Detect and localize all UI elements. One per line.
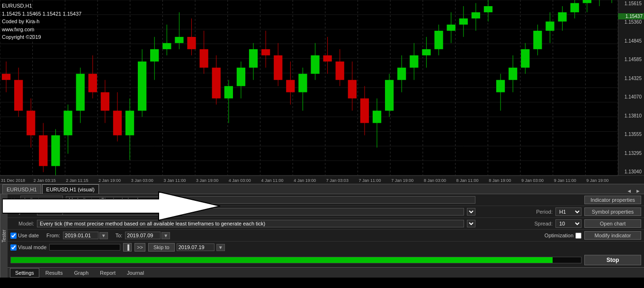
time-axis [0,175,644,184]
optimization-checkbox[interactable] [575,233,581,239]
to-date-calendar-button[interactable]: ▼ [161,232,170,239]
stop-button[interactable]: Stop [584,255,641,265]
use-date-checkbox[interactable] [10,233,17,239]
time-axis-canvas [0,176,618,184]
current-price-box: 1.15437 [618,13,644,19]
tab-settings[interactable]: Settings [10,268,39,278]
settings-row-5: Visual mode ▐ >> Skip to ▼ [8,242,644,253]
model-label: Model: [10,221,34,226]
tester-content: ✕ Indicator Expert Script Indicator prop… [8,194,644,278]
tester-label[interactable]: Tester [0,194,8,278]
chart-price-info: 1.15425 1.15465 1.15421 1.15437 [2,10,81,18]
chart-copyright: Copyright ©2019 [2,33,81,41]
use-date-label: Use date [18,233,39,238]
forward-fast-button[interactable]: >> [134,243,145,252]
period-select[interactable]: H1 M1 M5 M15 M30 H4 D1 [555,207,581,216]
from-date-group: ▼ [63,232,108,239]
price-label-7: 1.13810 [619,113,643,118]
symbol-dropdown[interactable] [467,208,475,216]
symbol-label: Symbol: [10,209,34,215]
tab-eurusd-h1-visual[interactable]: EURUSD,H1 (visual) [42,184,99,194]
chart-area: 1.15615 1.15360 1.14845 1.14585 1.14325 … [0,0,644,175]
price-label-4: 1.14585 [619,57,643,62]
skip-area: Skip to ▼ [148,243,225,252]
to-label: To: [116,233,123,238]
spread-label: Spread: [529,221,553,226]
to-date-group: ▼ [125,232,170,239]
chart-tab-bar: EURUSD,H1 EURUSD,H1 (visual) ◄ ► [0,184,644,194]
use-date-group: Use date [10,233,39,239]
to-date-input[interactable] [125,232,161,239]
from-date-input[interactable] [63,232,98,239]
skip-to-button[interactable]: Skip to [148,243,175,252]
tab-nav-left[interactable]: ◄ [625,188,633,194]
tab-results[interactable]: Results [40,268,68,278]
price-label-6: 1.14070 [619,94,643,99]
skip-to-calendar-button[interactable]: ▼ [216,244,225,251]
optimization-label: Optimization [545,233,573,238]
close-x-button[interactable]: ✕ [10,197,16,204]
tab-report[interactable]: Report [95,268,121,278]
price-label-9: 1.13295 [619,151,643,156]
skip-to-input[interactable] [177,243,215,251]
tab-eurusd-h1[interactable]: EURUSD,H1 [2,184,41,194]
settings-row-3: Model: Spread: 10 2 5 Open chart [8,218,644,230]
modify-indicator-button[interactable]: Modify indicator [584,231,641,240]
settings-row-2: Symbol: Period: H1 M1 M5 M15 M30 H4 D1 [8,206,644,218]
tab-nav: ◄ ► [625,188,644,194]
forward-button[interactable]: ▐ [123,243,132,252]
visual-progress-bar-container [49,244,120,251]
price-axis: 1.15615 1.15360 1.14845 1.14585 1.14325 … [618,0,644,175]
price-label-2: 1.15360 [619,19,643,25]
indicator-properties-button[interactable]: Indicator properties [584,196,641,204]
main-progress-bar-container [10,257,581,263]
period-label: Period: [529,209,553,215]
from-date-calendar-button[interactable]: ▼ [99,232,108,239]
indicator-path-input[interactable] [66,196,475,204]
tab-journal[interactable]: Journal [122,268,149,278]
price-label-5: 1.14325 [619,76,643,81]
visual-mode-group: Visual mode [10,244,46,251]
tab-nav-right[interactable]: ► [634,188,642,194]
chart-website: www.fxrg.com [2,26,81,34]
settings-row-1: ✕ Indicator Expert Script Indicator prop… [8,194,644,206]
open-chart-button[interactable]: Open chart [584,219,641,228]
symbol-input[interactable] [37,208,464,216]
model-input[interactable] [37,220,464,227]
price-label-10: 1.13040 [619,169,643,174]
chart-symbol-info: EURUSD,H1 [2,2,81,10]
from-label: From: [46,233,60,238]
model-dropdown[interactable] [467,220,475,227]
tester-panel: Tester ✕ Indicator Expert Script Indicat [0,194,644,278]
progress-row: Stop [8,253,644,267]
chart-coded-by: Coded by Kira-h [2,18,81,26]
optimization-group: Optimization [545,233,581,239]
settings-row-4: Use date From: ▼ To: ▼ Optimizatio [8,230,644,242]
main-progress-fill [11,257,553,263]
visual-mode-label: Visual mode [18,244,46,250]
visual-mode-checkbox[interactable] [10,244,17,251]
price-label-3: 1.14845 [619,38,643,44]
chart-info: EURUSD,H1 1.15425 1.15465 1.15421 1.1543… [2,2,81,41]
symbol-properties-button[interactable]: Symbol properties [584,207,641,216]
price-label-1: 1.15615 [619,1,643,6]
spread-select[interactable]: 10 2 5 [555,219,581,228]
price-chart [0,0,644,175]
tab-graph[interactable]: Graph [69,268,94,278]
bottom-tab-bar: Settings Results Graph Report Journal [8,267,644,278]
price-label-8: 1.13555 [619,132,643,137]
indicator-type-select[interactable]: Indicator Expert Script [20,196,63,204]
